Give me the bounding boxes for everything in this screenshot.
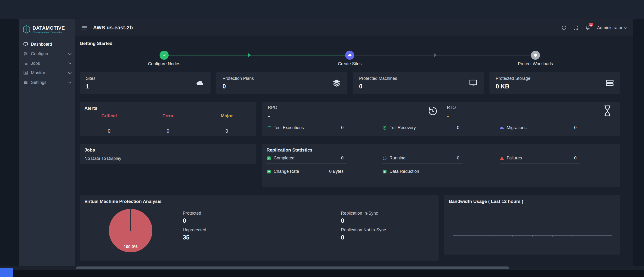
user-name: Administrator	[597, 25, 622, 30]
brand-tagline: Eliminating Cloud Boundaries	[32, 31, 65, 33]
step-configure-nodes[interactable]	[160, 51, 169, 60]
alert-critical-value: 0	[80, 128, 138, 134]
cloud-icon	[500, 125, 504, 130]
menu-button[interactable]	[82, 25, 87, 30]
trend-icon	[266, 169, 271, 174]
stat-card-protection-plans: Protection Plans 0	[216, 72, 347, 94]
vm-stat-label: Unprotected	[183, 228, 206, 233]
pie-percentage-label: 100.0%	[124, 245, 138, 249]
main-content: Getting Started Configure Nodes Create S…	[75, 36, 633, 266]
metric-label: Full Recovery	[390, 125, 416, 130]
step-protect-workloads[interactable]	[531, 51, 540, 60]
stepper-segment-pending	[350, 55, 536, 55]
vm-protection-card: Virtual Machine Protection Analysis 100.…	[80, 195, 438, 261]
stat-card-sites: Sites 1	[80, 72, 210, 94]
sidebar-item-label: Jobs	[31, 61, 40, 66]
sidebar-item-label: Settings	[31, 80, 46, 85]
vm-stat-label: Replication Not In-Sync	[341, 228, 386, 233]
spinner-icon	[382, 156, 387, 161]
vm-stat-value: 0	[341, 234, 386, 241]
jobs-empty-text: No Data To Display	[84, 156, 121, 161]
monitor-icon	[469, 79, 478, 87]
rto-value: -	[447, 112, 456, 119]
stat-value: 0	[359, 83, 397, 90]
jobs-title: Jobs	[84, 147, 95, 153]
vm-stat-label: Protected	[183, 211, 206, 216]
vm-stat-value: 0	[183, 217, 206, 224]
metric-value: 0	[457, 125, 463, 130]
notifications-button[interactable]: 1	[585, 25, 590, 30]
rpo-block: RPO -	[268, 105, 277, 119]
chevron-down-icon	[68, 61, 72, 64]
sidebar: DATAMOTIVE Eliminating Cloud Boundaries …	[20, 19, 75, 266]
metric-label: Failures	[507, 156, 522, 161]
vm-stat-value: 0	[341, 217, 386, 224]
divider	[441, 105, 441, 119]
sidebar-item-settings[interactable]: Settings	[20, 78, 75, 87]
stepper-arrow-icon	[248, 53, 251, 57]
step-label: Configure Nodes	[128, 61, 200, 66]
sidebar-item-label: Dashboard	[31, 42, 52, 47]
notification-badge: 1	[589, 23, 593, 26]
rpo-value: -	[268, 112, 277, 119]
bottom-left-accent	[0, 268, 13, 277]
bottom-strip	[0, 270, 644, 277]
history-icon	[427, 106, 438, 117]
sliders-icon	[23, 80, 28, 85]
storage-icon	[606, 79, 614, 87]
step-label: Protect Workloads	[500, 61, 571, 66]
chevron-down-icon	[68, 52, 72, 55]
metric-change-rate: Change Rate 0 Bytes	[266, 169, 347, 177]
sidebar-item-dashboard[interactable]: Dashboard	[20, 39, 75, 49]
alerts-card: Alerts Critical 0 Error 0 Major 0	[80, 102, 256, 136]
metric-running: Running 0	[382, 156, 463, 164]
step-create-sites[interactable]	[345, 51, 354, 60]
metric-full-recovery: Full Recovery 0	[382, 125, 463, 133]
sidebar-item-monitor[interactable]: Monitor	[20, 68, 75, 78]
bandwidth-card: Bandwidth Usage ( Last 12 hours )	[444, 195, 620, 255]
vm-stats-column: Replication In-Sync 0 Replication Not In…	[341, 211, 386, 244]
stepper-segment-complete	[164, 55, 350, 55]
metric-value: 0	[341, 125, 347, 130]
stat-card-protected-machines: Protected Machines 0	[353, 72, 484, 94]
rto-label: RTO	[447, 105, 456, 110]
alerts-grid: Critical 0 Error 0 Major 0	[80, 113, 256, 134]
replication-title: Replication Statistics	[266, 147, 312, 153]
compress-icon	[382, 169, 387, 174]
sidebar-item-label: Monitor	[31, 70, 45, 75]
fullscreen-button[interactable]	[573, 25, 578, 30]
metric-value: 0	[457, 156, 463, 161]
brand-logo-icon	[23, 25, 30, 34]
jobs-card: Jobs No Data To Display	[80, 144, 256, 164]
stat-cards-row: Sites 1 Protection Plans 0	[80, 72, 620, 94]
rto-block: RTO -	[447, 105, 456, 119]
hourglass-icon	[602, 105, 612, 117]
recovery-card: RPO - RTO -	[262, 102, 620, 136]
horizontal-scrollbar[interactable]	[0, 266, 644, 270]
alert-error-label: Error	[143, 113, 192, 122]
chevron-down-icon	[68, 71, 72, 74]
metric-value: 0	[574, 125, 580, 130]
metric-value: 0	[341, 156, 347, 161]
metric-label: Data Reduction	[390, 169, 419, 174]
vm-stats-column: Protected 0 Unprotected 35	[183, 211, 206, 244]
metric-label: Test Executions	[274, 125, 304, 130]
stat-label: Sites	[86, 76, 96, 81]
sliders-icon	[23, 51, 28, 56]
sidebar-item-jobs[interactable]: Jobs	[20, 58, 75, 68]
chart-icon	[23, 70, 28, 75]
brand-name: DATAMOTIVE	[32, 25, 65, 30]
metric-label: Change Rate	[274, 169, 299, 174]
top-strip	[0, 0, 644, 19]
scrollbar-thumb[interactable]	[76, 267, 509, 269]
cloud-icon	[196, 79, 204, 87]
metric-completed: Completed 0	[266, 156, 347, 164]
stat-value: 0	[222, 83, 254, 90]
alert-major-value: 0	[197, 128, 256, 134]
list-icon	[266, 125, 271, 130]
monitor-icon	[23, 42, 28, 47]
sidebar-item-configure[interactable]: Configure	[20, 49, 75, 58]
user-menu[interactable]: Administrator	[597, 25, 626, 30]
vm-stat-value: 35	[183, 234, 206, 241]
refresh-button[interactable]	[561, 25, 566, 30]
